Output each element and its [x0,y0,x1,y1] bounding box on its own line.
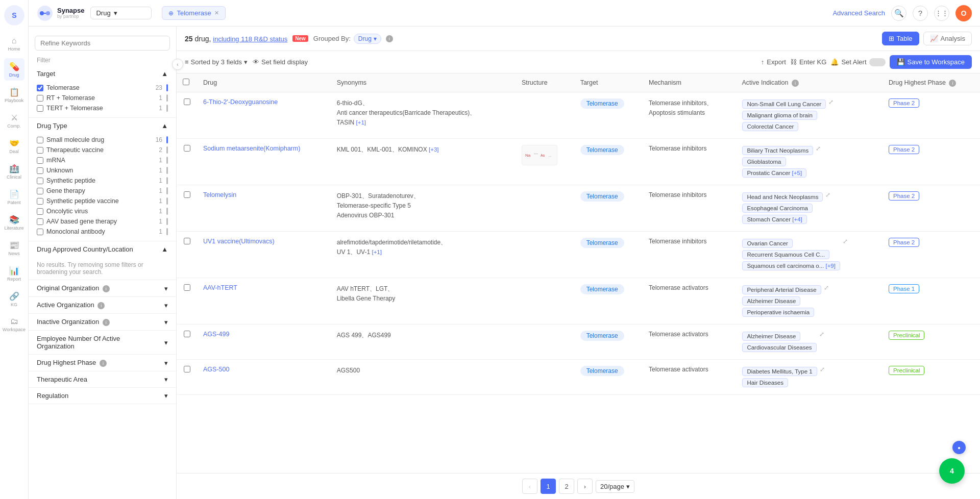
row-checkbox[interactable] [184,98,190,105]
filter-checkbox-monoclonal-antibody[interactable] [37,229,43,235]
more-indication-link[interactable]: [+5] [792,170,802,176]
row-checkbox[interactable] [184,238,190,244]
expand-indication-icon[interactable]: ⤢ [820,366,825,373]
indication-tag[interactable]: Colorectal Cancer [742,122,798,131]
alert-toggle[interactable] [869,58,886,66]
advanced-search-link[interactable]: Advanced Search [832,9,885,17]
sidebar-item-kg[interactable]: 🔗 KG [4,288,24,310]
filter-checkbox-oncolytic-virus[interactable] [37,208,43,215]
set-field-display-button[interactable]: 👁 Set field display [253,58,308,66]
more-indication-link[interactable]: [+9] [825,263,836,269]
filter-checkbox-rt-telomerase[interactable] [37,95,43,102]
target-tag[interactable]: Telomerase [580,331,624,341]
indication-tag[interactable]: Recurrent Squamous Cell C... [742,250,829,259]
per-page-selector[interactable]: 20/page ▾ [596,480,634,493]
filter-active-org-header[interactable]: Active Organization i ▾ [29,297,176,313]
filter-checkbox-therapeutic-vaccine[interactable] [37,147,43,154]
target-tag[interactable]: Telomerase [580,98,624,109]
sidebar-item-patent[interactable]: 📄 Patent [4,186,24,208]
indication-tag[interactable]: Biliary Tract Neoplasms [742,146,813,155]
apps-button[interactable]: ⋮⋮ [934,6,949,21]
filter-checkbox-mrna[interactable] [37,157,43,164]
filter-drug-approved-header[interactable]: Drug Approved Country/Location ▲ [29,241,176,257]
sidebar-item-deal[interactable]: 🤝 Deal [4,135,24,157]
indication-info-icon[interactable]: i [792,80,799,87]
filter-therapeutic-area-header[interactable]: Therapeutic Area ▾ [29,371,176,387]
indication-tag[interactable]: Malignant glioma of brain [742,111,817,120]
collapse-sidebar-button[interactable]: ‹ [172,59,183,70]
info-icon-3[interactable]: i [103,319,110,326]
expand-indication-icon[interactable]: ⤢ [843,238,848,245]
info-icon-2[interactable]: i [97,302,105,309]
indication-tag[interactable]: Hair Diseases [742,378,788,387]
indication-tag[interactable]: Non-Small Cell Lung Cancer [742,99,826,109]
indication-tag[interactable]: Perioperative ischaemia [742,308,814,317]
select-all-header[interactable] [177,73,197,92]
target-tag[interactable]: Telomerase [580,284,624,294]
sidebar-item-report[interactable]: 📊 Report [4,262,24,285]
drug-link[interactable]: Sodium metaarsenite(Komipharm) [203,145,300,152]
indication-tag[interactable]: Cardiovascular Diseases [742,343,816,352]
rd-status-link[interactable]: including 118 R&D status [213,35,287,43]
filter-label-rt-telomerase[interactable]: RT + Telomerase [37,94,156,102]
filter-checkbox-unknown[interactable] [37,167,43,174]
group-by-drug-pill[interactable]: Drug ▾ [354,34,381,44]
filter-employee-number-header[interactable]: Employee Number Of ActiveOrganization ▾ [29,331,176,354]
sidebar-item-literature[interactable]: 📚 Literature [4,211,24,234]
sidebar-item-comp[interactable]: ⚔ Comp. [4,109,24,132]
indication-tag[interactable]: Diabetes Mellitus, Type 1 [742,367,817,376]
enter-kg-button[interactable]: ⛓ Enter KG [790,58,826,66]
expand-indication-icon[interactable]: ⤢ [816,145,821,152]
target-tag[interactable]: Telomerase [580,145,624,155]
row-checkbox[interactable] [184,284,190,291]
drug-link[interactable]: Telomelysin [203,191,236,198]
info-icon[interactable]: i [103,285,110,292]
grouped-by-info-icon[interactable]: i [386,35,393,42]
help-button[interactable]: ? [913,6,928,21]
search-button[interactable]: 🔍 [891,6,906,21]
sort-button[interactable]: ≡ Sorted by 3 fields ▾ [185,58,248,66]
floating-action-button[interactable]: ● [952,441,966,454]
search-type-dropdown[interactable]: Drug ▾ [90,7,152,19]
sidebar-item-news[interactable]: 📰 News [4,237,24,259]
row-checkbox[interactable] [184,145,190,152]
analysis-view-button[interactable]: 📈 Analysis [923,32,972,45]
filter-label-telomerase[interactable]: Telomerase [37,84,153,91]
app-logo[interactable]: S [4,5,24,26]
prev-page-button[interactable]: ‹ [522,479,537,494]
filter-checkbox-aav-gene-therapy[interactable] [37,218,43,225]
sidebar-item-playbook[interactable]: 📋 Playbook [4,84,24,106]
phase-info-icon[interactable]: i [949,80,956,87]
target-tag[interactable]: Telomerase [580,366,624,376]
user-avatar[interactable]: O [955,5,972,21]
sidebar-item-drug[interactable]: 💊 Drug [4,58,24,81]
filter-label-tert-telomerase[interactable]: TERT + Telomerase [37,105,156,112]
filter-drug-highest-phase-header[interactable]: Drug Highest Phase i ▾ [29,355,176,371]
row-checkbox[interactable] [184,331,190,337]
page-2-button[interactable]: 2 [559,479,574,494]
more-indication-link[interactable]: [+4] [792,216,802,222]
telomerase-search-tab[interactable]: ⊕ Telomerase ✕ [162,6,225,20]
filter-checkbox-small-molecule[interactable] [37,137,43,143]
filter-inactive-org-header[interactable]: Inactive Organization i ▾ [29,314,176,330]
more-synonyms-link[interactable]: [+1] [356,119,366,126]
drug-link[interactable]: 6-Thio-2'-Deoxyguanosine [203,98,278,106]
indication-tag[interactable]: Peripheral Arterial Disease [742,285,821,294]
target-tag[interactable]: Telomerase [580,238,624,248]
row-checkbox[interactable] [184,366,190,372]
select-all-checkbox[interactable] [183,79,189,85]
indication-tag[interactable]: Stomach Cancer [+4] [742,215,806,224]
save-to-workspace-button[interactable]: 💾 Save to Workspace [890,55,972,69]
filter-checkbox-synthetic-peptide[interactable] [37,178,43,184]
target-tag[interactable]: Telomerase [580,191,624,202]
expand-indication-icon[interactable]: ⤢ [828,98,834,106]
indication-tag[interactable]: Squamous cell carcinoma o... [+9] [742,261,840,270]
indication-tag[interactable]: Head and Neck Neoplasms [742,192,823,202]
indication-tag[interactable]: Alzheimer Disease [742,332,800,341]
sidebar-item-workspace[interactable]: 🗂 Workspace [4,313,24,336]
filter-checkbox-tert-telomerase[interactable] [37,105,43,112]
table-view-button[interactable]: ⊞ Table [882,32,919,45]
drug-link[interactable]: UV1 vaccine(Ultimovacs) [203,238,275,245]
filter-checkbox-gene-therapy[interactable] [37,188,43,194]
indication-tag[interactable]: Prostatic Cancer [+5] [742,168,806,178]
